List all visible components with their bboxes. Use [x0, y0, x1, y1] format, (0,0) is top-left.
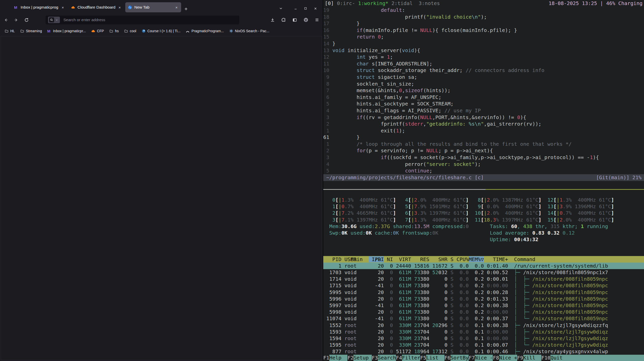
process-row-1552[interactable]: 1552 root 20 0 330M 23704 20296 S 0.0 0.… [323, 322, 644, 329]
bookmark-label: hs [115, 29, 119, 33]
tab-close-icon[interactable]: × [117, 5, 122, 10]
sidebar-button[interactable] [292, 18, 297, 22]
bookmark-hs[interactable]: hs [109, 29, 119, 33]
list-all-tabs-button[interactable] [279, 7, 283, 10]
bookmark-hl[interactable]: HL [5, 29, 15, 33]
process-row-1703[interactable]: 1703 void 20 0 611M 73380 52032 S 0.0 0.… [323, 269, 644, 276]
process-row-1[interactable]: 1 root 20 0 24440 15816 11672 S 0.0 0.0 … [323, 263, 644, 269]
bookmark-inbox-pragmaticpr[interactable]: MInbox | pragmaticpr... [47, 29, 86, 33]
bookmark-label: Course I (> 1.6) | Ti... [147, 29, 181, 33]
fkey-search[interactable]: F3Search [372, 355, 396, 361]
maximize-icon [304, 7, 307, 10]
vim-code-line: 3 if((rv = getaddrinfo(NULL,PORT,&hints,… [323, 114, 644, 121]
fkey-filter[interactable]: F4Filter [396, 355, 420, 361]
menu-button[interactable] [315, 18, 319, 22]
process-row-11074[interactable]: 11074 void -41 0 611M 73380 0 S 0.0 0.2 … [323, 315, 644, 322]
cloud-icon [91, 29, 95, 33]
fkey-nice[interactable]: F8Nice + [493, 355, 517, 361]
search-engine-chip[interactable] [48, 17, 60, 23]
bookmark-label: Inbox | pragmaticpr... [53, 29, 86, 33]
bookmark-label: cool [130, 29, 136, 33]
new-tab-button[interactable] [181, 7, 191, 12]
cpu-meter-row: 2[|7.2% 4665MHz 61°C] 6[|3.3% 1397MHz 61… [323, 210, 644, 216]
extensions-button[interactable] [281, 18, 286, 22]
downloads-button[interactable] [270, 18, 275, 22]
process-row-1593[interactable]: 1593 root 20 0 330M 23704 0 S 0.0 0.1 0:… [323, 329, 644, 335]
htop-pane[interactable]: 0[|1.3% 400MHz 61°C] 4[|2.0% 400MHz 61°C… [323, 197, 644, 361]
hamburger-menu-icon [315, 18, 319, 22]
process-table: 1 root 20 0 24440 15816 11672 S 0.0 0.0 … [323, 263, 644, 355]
cpu-meter-15: 15[|2.0% 400MHz 61°C] [547, 217, 614, 223]
tab-close-icon[interactable]: × [61, 5, 65, 10]
tab-close-icon[interactable]: × [174, 5, 179, 10]
process-table-header[interactable]: PID USER PRI NI VIRT RES SHR S CPU%MEM%▽… [323, 256, 644, 263]
process-row-5996[interactable]: 5996 void 20 0 611M 73380 0 S 0.0 0.2 0:… [323, 296, 644, 302]
sidebar-icon [292, 18, 297, 22]
process-row-5998[interactable]: 5998 void 20 0 611M 73380 0 S 0.0 0.2 0:… [323, 309, 644, 315]
cpu-meter-6: 6[|3.3% 1397MHz 61°C] [402, 210, 469, 216]
bookmark-streaming[interactable]: Streaming [20, 29, 42, 33]
bookmark-course-i-1-6-ti[interactable]: Course I (> 1.6) | Ti... [142, 29, 181, 33]
vim-editor-pane[interactable]: 19 default:18 printf("invalid choice\n")… [323, 7, 644, 174]
search-icon [50, 18, 53, 21]
back-button[interactable] [4, 18, 8, 22]
bookmark-label: HL [10, 29, 15, 33]
account-button[interactable] [303, 17, 308, 22]
globe-icon [128, 5, 132, 10]
process-row-1714[interactable]: 1714 void 20 0 611M 73380 0 S 0.0 0.2 0:… [323, 276, 644, 282]
fkey-sortby[interactable]: F6SortBy [445, 355, 469, 361]
folder-icon [20, 29, 24, 33]
process-row-5997[interactable]: 5997 void -41 0 611M 73380 0 S 0.0 0.2 0… [323, 302, 644, 309]
vim-code-line: 3 if((sockfd = socket(p->ai_family,p->ai… [323, 154, 644, 161]
vim-git-branch-percent: [Git(main)] 21% [596, 174, 641, 181]
close-window-button[interactable] [314, 7, 317, 10]
bookmark-pragmaticprogram[interactable]: PragmaticProgram... [186, 29, 224, 33]
bookmark-nixos-search-pac[interactable]: NixOS Search - Pac... [229, 29, 269, 33]
browser-tab-inbox-pragmaticprogram[interactable]: MInbox | pragmaticprogram× [12, 2, 67, 12]
fkey-setup[interactable]: F2Setup [347, 355, 372, 361]
vim-code-line: 10 struct sockaddr_storage their_addr; /… [323, 67, 644, 74]
cpu-meter-9: 9[ 0.0% 400MHz 61°C] [475, 203, 541, 209]
bookmark-cfp[interactable]: CFP [91, 29, 104, 33]
reload-button[interactable] [24, 18, 29, 22]
process-row-877[interactable]: 877 root 20 0 51172 18964 17312 S 0.0 0.… [323, 348, 644, 355]
download-icon [270, 18, 275, 22]
address-bar[interactable]: Search or enter address [46, 16, 239, 24]
avatar-icon [303, 17, 308, 22]
close-icon [314, 7, 317, 10]
process-row-1595[interactable]: 1595 root 20 0 330M 23704 0 S 0.0 0.1 0:… [323, 342, 644, 348]
cpu-meter-2: 2[|7.2% 4665MHz 61°C] [329, 210, 396, 216]
fkey-list[interactable]: F5List [420, 355, 444, 361]
tmux-window-list[interactable]: [0] 0:irc- 1:working* 2:tidal 3:notes [325, 0, 440, 7]
forward-button[interactable] [14, 18, 19, 22]
fkey-kill[interactable]: F9Kill [517, 355, 541, 361]
fkey-quit[interactable]: F10Quit [541, 355, 644, 361]
cpu-meter-row: 1[|0.7% 400MHz 61°C] 5[|7.9% 1501MHz 61°… [323, 203, 644, 210]
back-arrow-icon [4, 18, 8, 22]
browser-content-area[interactable] [1, 36, 322, 360]
sort-column-mem[interactable]: MEM%▽ [469, 256, 484, 262]
cpu-meter-7: 7[|1.3% 400MHz 61°C] [402, 217, 469, 223]
folder-icon [109, 29, 113, 33]
chevron-down-icon [279, 7, 283, 10]
htop-summary-line: Uptime: 00:43:32 [323, 236, 644, 243]
maximize-button[interactable] [304, 7, 307, 10]
bookmark-cool[interactable]: cool [124, 29, 136, 33]
browser-tab-new-tab[interactable]: New Tab× [125, 2, 181, 12]
browser-tab-cloudflare-dashboard-m[interactable]: Cloudflare Dashboard | M× [68, 2, 124, 12]
vim-code-line: 1 exit(1); [323, 127, 644, 134]
process-row-1594[interactable]: 1594 root 20 0 330M 23704 0 S 0.0 0.1 0:… [323, 335, 644, 342]
vim-code-line: 11 char s[INET6_ADDRSTRLEN]; [323, 60, 644, 67]
tab-title: Cloudflare Dashboard | M [77, 5, 115, 10]
vim-code-line: 4 hints.ai_flags = AI_PASSIVE; // use my… [323, 107, 644, 114]
minimize-button[interactable] [294, 7, 297, 10]
tmux-pane-divider[interactable] [323, 189, 644, 190]
cpu-meter-1: 1[|0.7% 400MHz 61°C] [329, 203, 396, 209]
bookmark-label: PragmaticProgram... [191, 29, 224, 33]
process-row-5995[interactable]: 5995 void 20 0 611M 73380 0 S 0.0 0.2 0:… [323, 289, 644, 296]
fkey-help[interactable]: F1Help [323, 355, 347, 361]
cpu-meter-row: 3[|7.1% 1397MHz 61°C] 7[|1.3% 400MHz 61°… [323, 216, 644, 223]
process-row-1715[interactable]: 1715 void -41 0 611M 73380 0 S 0.0 0.2 0… [323, 282, 644, 289]
terminal-window[interactable]: [0] 0:irc- 1:working* 2:tidal 3:notes 18… [323, 0, 644, 361]
fkey-nice[interactable]: F7Nice - [469, 355, 493, 361]
